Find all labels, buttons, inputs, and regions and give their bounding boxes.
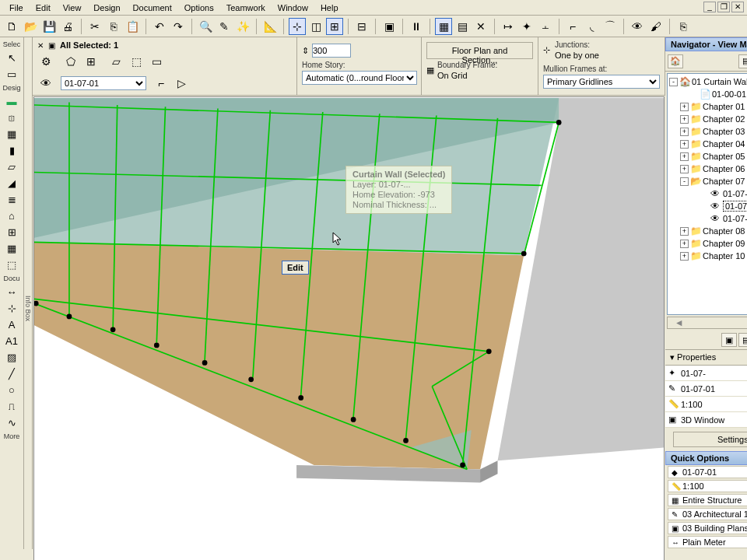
arc-icon[interactable]: ◟	[583, 18, 600, 35]
text-tool[interactable]: A	[0, 317, 23, 332]
roof-tool[interactable]: ⌂	[0, 208, 23, 223]
column-tool[interactable]: ▮	[0, 142, 23, 158]
dim-tool[interactable]: ↔	[0, 284, 23, 299]
cut-icon[interactable]: ✂	[86, 18, 103, 35]
paint-icon[interactable]: 🖌	[647, 18, 665, 35]
polyline-tool[interactable]: ⎍	[0, 398, 23, 414]
qo-row-scale[interactable]: 📏1:100▸	[668, 480, 747, 492]
beam-tool[interactable]: ▱	[0, 159, 23, 174]
menu-teamwork[interactable]: Teamwork	[220, 2, 272, 14]
qo-row-modelview[interactable]: ▣03 Building Plans▸	[668, 522, 747, 534]
arrow2-icon[interactable]: ↦	[500, 18, 517, 35]
settings-button[interactable]: Settings...	[673, 432, 747, 447]
floorplan-section-button[interactable]: Floor Plan and Section...	[426, 42, 533, 59]
prop-scale-input[interactable]	[681, 398, 747, 410]
grid-icon[interactable]: ⊟	[353, 18, 370, 35]
geom-method1-icon[interactable]: ⬠	[62, 53, 79, 70]
snap1-icon[interactable]: ⊹	[289, 18, 306, 35]
nav-btn1[interactable]: ▣	[721, 333, 737, 347]
menu-document[interactable]: Document	[127, 2, 178, 14]
slab-tool[interactable]: ◢	[0, 175, 23, 191]
snap3-icon[interactable]: ⊞	[326, 18, 343, 35]
construct2-icon[interactable]: ⬚	[128, 53, 145, 70]
textures-icon[interactable]: ▦	[435, 18, 452, 35]
zoom-icon[interactable]: 🔍	[197, 18, 214, 35]
stair-tool[interactable]: ≣	[0, 191, 23, 207]
spline-tool[interactable]: ∿	[0, 415, 23, 430]
tree-hscroll[interactable]: ◄►	[667, 317, 747, 329]
quick-options-header[interactable]: Quick Options ▾✕	[665, 451, 747, 465]
print-icon[interactable]: 🖨	[59, 18, 76, 35]
hotlink-icon[interactable]: ⎘	[675, 18, 692, 35]
geom-method2-icon[interactable]: ⊞	[82, 53, 100, 70]
nav-tab-map1[interactable]: ▤	[738, 54, 747, 68]
info-settings-icon[interactable]: ⚙	[37, 53, 54, 70]
properties-header[interactable]: ▾ Properties	[665, 350, 747, 366]
edit-button[interactable]: Edit	[282, 261, 309, 275]
door-tool[interactable]: ⎅	[0, 110, 23, 125]
arrow-tool[interactable]: ↖	[0, 50, 23, 65]
menu-window[interactable]: Window	[272, 2, 314, 14]
save-icon[interactable]: 💾	[40, 18, 58, 35]
redo-icon[interactable]: ↷	[170, 18, 187, 35]
fill-tool[interactable]: ▨	[0, 349, 23, 365]
menu-view[interactable]: View	[57, 2, 88, 14]
qo-row-structure[interactable]: ▦Entire Structure▸	[668, 494, 747, 506]
star-icon[interactable]: ✦	[518, 18, 535, 35]
eye-small-icon[interactable]: 👁	[37, 75, 54, 92]
close-button[interactable]: ✕	[731, 2, 744, 12]
fillet-icon[interactable]: ⌒	[601, 18, 619, 35]
qo-row-dims[interactable]: ↔Plain Meter▸	[668, 536, 747, 548]
prop-window-input[interactable]	[681, 414, 747, 425]
open-icon[interactable]: 📂	[22, 18, 39, 35]
layer-select[interactable]: 01-07-01	[61, 76, 146, 90]
nav-tab-project[interactable]: 🏠	[668, 54, 683, 68]
qo-row-penset[interactable]: ✎03 Architectural 100▸	[668, 508, 747, 520]
restore-button[interactable]: ❐	[717, 2, 730, 12]
mullion-select[interactable]: Primary Gridlines	[543, 75, 660, 89]
prop-id-input[interactable]	[681, 367, 747, 379]
menu-edit[interactable]: Edit	[30, 2, 57, 14]
qo-row-layer[interactable]: ◆01-07-01▸	[668, 466, 747, 478]
construct3-icon[interactable]: ▭	[148, 53, 165, 70]
navigator-header[interactable]: Navigator - View Map ▾✕	[665, 37, 747, 51]
circle-tool[interactable]: ○	[0, 382, 23, 397]
navigator-tree[interactable]: -🏠01 Curtain Wall Tutorial 📄01-00-01 Tab…	[667, 73, 747, 315]
prop-name-input[interactable]	[681, 383, 747, 394]
align-icon[interactable]: ⫠	[537, 18, 554, 35]
menu-design[interactable]: Design	[87, 2, 126, 14]
minimize-button[interactable]: _	[703, 2, 716, 12]
label-tool[interactable]: A1	[0, 333, 23, 348]
suspend-icon[interactable]: ⏸	[408, 18, 425, 35]
paste-icon[interactable]: 📋	[124, 18, 141, 35]
refplane1-icon[interactable]: ⌐	[153, 75, 170, 92]
trace-icon[interactable]: ▤	[454, 18, 471, 35]
construct1-icon[interactable]: ▱	[107, 53, 124, 70]
mesh-tool[interactable]: ⊞	[0, 224, 23, 240]
corner-icon[interactable]: ⌐	[564, 18, 581, 35]
home-story-select[interactable]: Automatic (0...round Floor)	[302, 71, 417, 85]
menu-help[interactable]: Help	[314, 2, 345, 14]
height-input[interactable]	[312, 44, 351, 58]
x-icon[interactable]: ✕	[472, 18, 489, 35]
close-small-icon[interactable]: ✕	[37, 41, 44, 50]
new-icon[interactable]: 🗋	[3, 18, 20, 35]
measure-icon[interactable]: 📐	[261, 18, 279, 35]
leveldim-tool[interactable]: ⊹	[0, 300, 23, 316]
copy-icon[interactable]: ⎘	[105, 18, 122, 35]
3d-viewport[interactable]: Curtain Wall (Selected) Layer: 01-07-...…	[33, 96, 665, 560]
line-tool[interactable]: ╱	[0, 366, 23, 381]
refplane2-icon[interactable]: ▷	[173, 75, 190, 92]
object-tool[interactable]: ⬚	[0, 257, 23, 272]
group-icon[interactable]: ▣	[381, 18, 398, 35]
window-tool[interactable]: ▦	[0, 126, 23, 142]
snap2-icon[interactable]: ◫	[307, 18, 324, 35]
menu-file[interactable]: File	[3, 2, 30, 14]
wall-tool[interactable]: ▬	[0, 93, 23, 109]
wand-icon[interactable]: ✨	[234, 18, 251, 35]
undo-icon[interactable]: ↶	[151, 18, 168, 35]
eye-icon[interactable]: 👁	[629, 18, 646, 35]
menu-options[interactable]: Options	[178, 2, 220, 14]
pencil-icon[interactable]: ✎	[216, 18, 233, 35]
marquee-tool[interactable]: ▭	[0, 66, 23, 82]
